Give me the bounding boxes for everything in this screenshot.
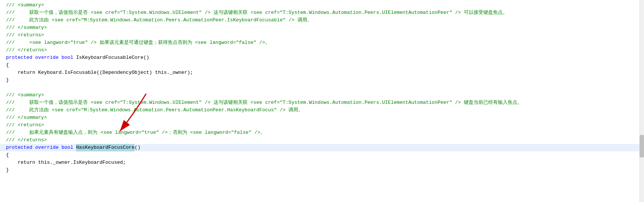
code-token: /// <returns> (6, 121, 44, 129)
code-token: />。 (251, 129, 265, 136)
code-token (58, 144, 61, 151)
code-token: /// (6, 1, 18, 9)
code-token: HasKeyboardFocusCore (76, 144, 134, 151)
code-token: /> 可以接受键盘焦点。 (452, 9, 508, 16)
code-token: protected (6, 144, 32, 151)
code-token: <see cref="T:System.Windows.UIElement" (91, 99, 202, 106)
code-token: /> 调用。 (285, 16, 312, 24)
code-token: <see cref="M:System.Windows.Automation.P… (52, 106, 277, 114)
code-token: /> 调用。 (277, 106, 303, 114)
code-token (73, 144, 76, 151)
code-line: } (0, 166, 644, 174)
code-token: <see cref="T:System.Windows.Automation.P… (251, 99, 452, 106)
code-line: /// 此方法由 <see cref="M:System.Windows.Aut… (0, 106, 644, 114)
scrollbar-thumb[interactable] (640, 135, 644, 157)
code-token: /// 此方法由 (6, 16, 52, 24)
code-token: <see cref="M:System.Windows.Automation.P… (52, 16, 285, 24)
code-token: () (134, 144, 140, 151)
code-token: bool (61, 144, 73, 151)
code-line: { (0, 151, 644, 159)
code-token: <see langword="true" (100, 129, 159, 136)
code-token: /// (6, 39, 29, 46)
code-token: override (35, 144, 58, 151)
code-token: /// 获取一个值，该值指示是否 (6, 99, 91, 106)
code-token: /// <returns> (6, 31, 44, 39)
code-line: /// </returns> (0, 46, 644, 54)
code-token: <see cref="T:System.Windows.Automation.P… (251, 9, 452, 16)
code-token: /> 这与该键相关联 (202, 9, 251, 16)
code-line: /// </summary> (0, 114, 644, 121)
code-token: /// (6, 91, 18, 99)
code-token: } (6, 166, 9, 174)
code-token (32, 54, 35, 61)
code-line: /// <returns> (0, 121, 644, 129)
code-token: protected (6, 54, 32, 61)
code-token (58, 54, 61, 61)
code-token: <see langword="true" (29, 39, 88, 46)
code-token: IsKeyboardFocusableCore() (73, 54, 149, 61)
code-line: return Keyboard.IsFocusable((DependencyO… (0, 69, 644, 76)
code-line: } (0, 76, 644, 84)
code-line: /// </returns> (0, 136, 644, 144)
code-token: <see langword="false" (195, 39, 256, 46)
code-token: bool (61, 54, 73, 61)
code-line: /// 获取一个值，该值指示是否 <see cref="T:System.Win… (0, 99, 644, 106)
code-line: /// </summary> (0, 24, 644, 31)
code-token (32, 144, 35, 151)
code-line: /// 获取一个值，该值指示是否 <see cref="T:System.Win… (0, 9, 644, 16)
code-line: /// 此方法由 <see cref="M:System.Windows.Aut… (0, 16, 644, 24)
code-token: /// </summary> (6, 24, 47, 31)
code-token: return Keyboard.IsFocusable((DependencyO… (6, 69, 193, 76)
code-token: { (6, 61, 9, 69)
code-token: /> 键盘当前已经有输入焦点。 (452, 99, 522, 106)
code-line: return this._owner.IsKeyboardFocused; (0, 159, 644, 166)
code-token: <summary> (18, 1, 44, 9)
code-token: /// 获取一个值，该值指示是否 (6, 9, 91, 16)
code-token: <summary> (18, 91, 44, 99)
code-line: /// <returns> (0, 31, 644, 39)
code-token: /> 这与该键相关联 (202, 99, 251, 106)
code-token: /// </returns> (6, 46, 47, 54)
code-editor: /// <summary>/// 获取一个值，该值指示是否 <see cref=… (0, 0, 644, 202)
code-token: return this._owner.IsKeyboardFocused; (6, 159, 126, 166)
code-token: /// 如果元素具有键盘输入点，则为 (6, 129, 100, 136)
code-token: <see langword="false" (190, 129, 251, 136)
code-token: { (6, 151, 9, 159)
code-lines: /// <summary>/// 获取一个值，该值指示是否 <see cref=… (0, 1, 644, 174)
code-token: /// </summary> (6, 114, 47, 121)
code-token: <see cref="T:System.Windows.UIElement" (91, 9, 202, 16)
scrollbar[interactable] (640, 0, 644, 202)
code-token: /// </returns> (6, 136, 47, 144)
code-line: { (0, 61, 644, 69)
code-line: /// 如果元素具有键盘输入点，则为 <see langword="true" … (0, 129, 644, 136)
code-token: />；否则为 (159, 129, 190, 136)
code-line: /// <summary> (0, 1, 644, 9)
code-token: } (6, 76, 9, 84)
code-token: /// 此方法由 (6, 106, 52, 114)
code-token: override (35, 54, 58, 61)
code-line: protected override bool IsKeyboardFocusa… (0, 54, 644, 61)
code-line (0, 84, 644, 91)
code-line: /// <summary> (0, 91, 644, 99)
code-token: /> 如果该元素是可通过键盘；获得焦点否则为 (88, 39, 195, 46)
code-token: />。 (256, 39, 270, 46)
code-line: protected override bool HasKeyboardFocus… (0, 144, 644, 151)
code-line: /// <see langword="true" /> 如果该元素是可通过键盘；… (0, 39, 644, 46)
